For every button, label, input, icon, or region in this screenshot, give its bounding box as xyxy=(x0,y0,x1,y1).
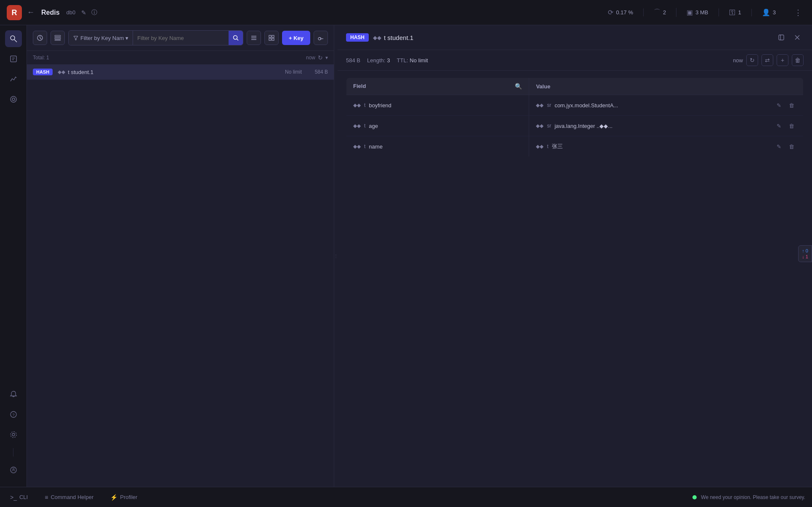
view-toggle-btn1[interactable] xyxy=(33,31,47,45)
detail-size-value: 584 B xyxy=(346,57,360,64)
cpu-value: 0.17 % xyxy=(616,9,633,16)
command-helper-tab[interactable]: ≡ Command Helper xyxy=(41,492,97,502)
expand-chevron-icon[interactable]: ▾ xyxy=(325,55,328,61)
field-diamond-icon: ◆◆ xyxy=(353,102,361,108)
refresh-icon[interactable]: ↻ xyxy=(318,54,323,61)
keys-value: 1 xyxy=(738,9,741,16)
field-cell-0[interactable]: ◆◆ t boyfriend xyxy=(346,95,529,116)
sidebar-item-editor[interactable] xyxy=(5,50,22,67)
memory-icon: ▣ xyxy=(687,8,693,16)
delete-field-btn[interactable]: 🗑 xyxy=(786,141,796,151)
svg-point-2 xyxy=(11,36,15,40)
stat-keys: ⚿ 1 xyxy=(719,9,752,16)
detail-type-badge: HASH xyxy=(346,33,369,42)
cli-label: CLI xyxy=(19,494,28,500)
detail-ttl-value: No limit xyxy=(410,57,428,64)
detail-refresh-btn[interactable]: ↻ xyxy=(746,54,758,66)
value-column-header: Value xyxy=(529,78,804,95)
profiler-tab[interactable]: ⚡ Profiler xyxy=(107,492,141,502)
add-key-button[interactable]: + Key xyxy=(282,31,310,45)
cli-tab[interactable]: >_ CLI xyxy=(7,492,31,502)
svg-line-22 xyxy=(237,39,238,41)
detail-exchange-btn[interactable]: ⇄ xyxy=(761,54,773,66)
svg-point-30 xyxy=(318,37,321,40)
stat-users: 👤 3 xyxy=(752,8,786,16)
filter-group: Filter by Key Nam ▾ xyxy=(68,30,243,45)
key-list-toolbar: Filter by Key Nam ▾ xyxy=(27,25,334,51)
search-button[interactable] xyxy=(229,31,243,45)
svg-rect-28 xyxy=(269,38,271,40)
sidebar-item-github[interactable] xyxy=(5,462,22,478)
back-button[interactable]: ← xyxy=(27,8,35,17)
value-cell-2[interactable]: ◆◆ t 张三 ✎ 🗑 xyxy=(529,136,804,157)
edit-field-btn[interactable]: ✎ xyxy=(774,121,784,131)
detail-length: Length: 3 xyxy=(367,57,390,64)
key-list-item[interactable]: HASH ◆◆ t student.1 No limit 584 B xyxy=(27,64,334,80)
counter-up: ↑ 0 xyxy=(802,248,808,253)
table-row: ◆◆ t boyfriend ◆◆ sr com.jyx.model.Stude… xyxy=(346,95,804,116)
more-menu-icon[interactable]: ⋮ xyxy=(791,8,805,17)
sidebar-item-help[interactable]: ? xyxy=(5,406,22,423)
view-toggle-btn2[interactable] xyxy=(51,31,65,45)
sidebar-item-pubsub[interactable] xyxy=(5,91,22,108)
svg-rect-33 xyxy=(779,35,784,40)
field-type-label: t xyxy=(364,123,365,129)
key-ttl: No limit xyxy=(285,69,302,75)
sidebar-item-keys[interactable] xyxy=(5,30,22,47)
delete-field-btn[interactable]: 🗑 xyxy=(786,121,796,131)
detail-delete-btn[interactable]: 🗑 xyxy=(792,54,804,66)
svg-line-17 xyxy=(40,38,41,39)
table-header-row: Field 🔍 Value xyxy=(346,78,804,95)
list-view-btn[interactable] xyxy=(247,31,261,45)
profiler-label: Profiler xyxy=(120,494,137,500)
filter-chevron-icon: ▾ xyxy=(125,35,128,41)
field-name-text: age xyxy=(369,123,378,129)
detail-diamond-icon: ◆◆ xyxy=(373,35,381,41)
detail-add-field-btn[interactable]: + xyxy=(777,54,788,66)
value-cell-0[interactable]: ◆◆ sr com.jyx.model.StudentA... ✎ 🗑 xyxy=(529,95,804,116)
value-cell-1[interactable]: ◆◆ sr java.lang.Integer ..◆◆... ✎ 🗑 xyxy=(529,116,804,136)
key-action-button[interactable] xyxy=(314,31,328,45)
field-column-header: Field 🔍 xyxy=(346,78,529,95)
edit-field-btn[interactable]: ✎ xyxy=(774,100,784,110)
expand-detail-btn[interactable] xyxy=(775,31,788,44)
resize-handle[interactable]: ⋮ xyxy=(334,25,338,487)
sidebar-item-analytics[interactable] xyxy=(5,71,22,88)
svg-point-7 xyxy=(11,96,16,102)
value-diamond-icon: ◆◆ xyxy=(536,143,543,149)
svg-text:?: ? xyxy=(12,413,14,417)
field-cell-1[interactable]: ◆◆ t age xyxy=(346,116,529,136)
sidebar-item-settings[interactable] xyxy=(5,426,22,443)
svg-rect-19 xyxy=(55,37,61,39)
delete-field-btn[interactable]: 🗑 xyxy=(786,100,796,110)
field-diamond-icon: ◆◆ xyxy=(353,143,361,149)
counter-down: ↓ 1 xyxy=(802,254,808,259)
user-icon: 👤 xyxy=(762,8,770,16)
field-cell-2[interactable]: ◆◆ t name xyxy=(346,136,529,157)
svg-rect-27 xyxy=(272,35,274,37)
grid-view-btn[interactable] xyxy=(264,31,279,45)
edit-db-icon[interactable]: ✎ xyxy=(81,9,86,16)
edit-field-btn[interactable]: ✎ xyxy=(774,141,784,151)
svg-rect-26 xyxy=(269,35,271,37)
sidebar-item-notifications[interactable] xyxy=(5,386,22,403)
content-area: Filter by Key Nam ▾ xyxy=(27,25,812,487)
command-helper-label: Command Helper xyxy=(51,494,93,500)
close-detail-btn[interactable] xyxy=(791,31,804,44)
field-diamond-icon: ◆◆ xyxy=(353,123,361,129)
detail-key-name-text: t student.1 xyxy=(384,34,413,41)
key-list: HASH ◆◆ t student.1 No limit 584 B xyxy=(27,64,334,487)
key-size: 584 B xyxy=(307,69,328,75)
field-type-label: t xyxy=(364,143,365,149)
search-input[interactable] xyxy=(133,31,229,45)
value-type-label: t xyxy=(547,143,548,149)
svg-point-14 xyxy=(13,468,14,470)
value-diamond-icon: ◆◆ xyxy=(536,102,543,108)
filter-type-btn[interactable]: Filter by Key Nam ▾ xyxy=(69,31,133,45)
field-search-icon[interactable]: 🔍 xyxy=(515,83,522,90)
value-type-label: sr xyxy=(547,123,551,129)
info-icon[interactable]: ⓘ xyxy=(91,9,97,16)
detail-ttl: TTL: No limit xyxy=(397,57,428,64)
svg-rect-29 xyxy=(272,38,274,40)
field-name-text: name xyxy=(369,143,383,150)
